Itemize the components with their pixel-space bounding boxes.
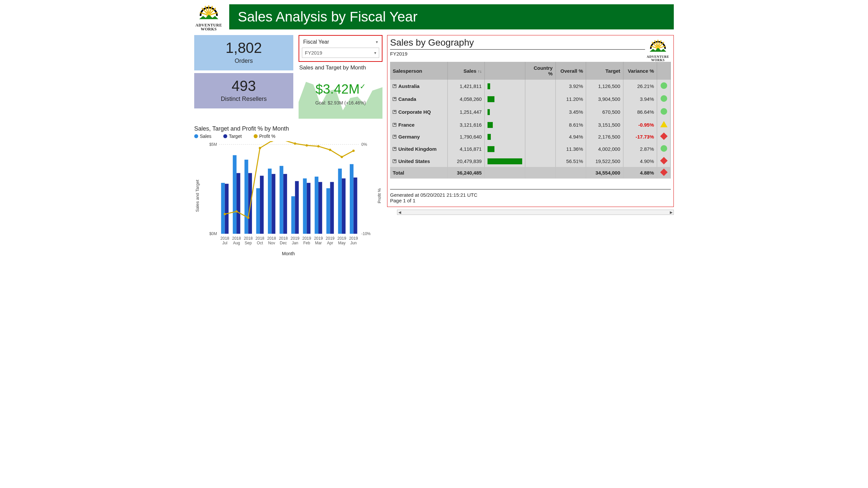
svg-point-47	[329, 149, 331, 151]
scroll-left-icon[interactable]: ◀	[398, 210, 401, 214]
expand-icon[interactable]	[393, 110, 396, 114]
svg-text:Aug: Aug	[233, 241, 240, 245]
svg-rect-34	[338, 169, 342, 234]
svg-rect-35	[342, 178, 345, 234]
svg-text:Sep: Sep	[245, 241, 252, 245]
svg-text:$0M: $0M	[209, 231, 217, 236]
col-salesperson[interactable]: Salesperson	[390, 62, 447, 80]
scroll-right-icon[interactable]: ▶	[670, 210, 673, 214]
svg-text:2018: 2018	[244, 236, 253, 241]
svg-point-49	[352, 149, 355, 152]
geo-title: Sales by Geography	[390, 37, 645, 48]
geo-table-header: Salesperson Sales↑↓ Country % Overall % …	[390, 62, 671, 80]
svg-text:2018: 2018	[267, 236, 276, 241]
svg-text:Nov: Nov	[268, 241, 275, 245]
svg-text:Jun: Jun	[350, 241, 357, 245]
sales-target-kpi[interactable]: $3.42M✓ Goal: $2.93M (+16.46%)	[299, 72, 382, 118]
indicator-warn-icon	[660, 121, 668, 127]
expand-icon[interactable]	[393, 123, 396, 126]
svg-text:Dec: Dec	[280, 241, 287, 245]
svg-rect-21	[260, 176, 264, 234]
table-row[interactable]: France 3,121,616 8.61% 3,151,500 -0.95%	[390, 118, 671, 131]
expand-icon[interactable]	[393, 147, 396, 151]
sort-icon: ↑↓	[477, 69, 482, 74]
svg-text:2018: 2018	[279, 236, 288, 241]
svg-rect-22	[268, 169, 272, 234]
svg-rect-33	[330, 182, 334, 234]
svg-point-40	[247, 217, 249, 219]
sun-mountain-icon	[197, 3, 220, 23]
svg-rect-16	[233, 155, 237, 234]
svg-rect-25	[283, 174, 287, 234]
indicator-good-icon	[660, 82, 667, 89]
combo-chart[interactable]: Sales and Target $5M$0M0%-10%2018Jul2018…	[194, 141, 382, 250]
svg-text:Apr: Apr	[327, 241, 333, 245]
sales-by-geography-visual[interactable]: Sales by Geography FY2019	[387, 35, 674, 207]
brand-logo-small: ADVENTUREWORKS	[645, 37, 671, 62]
col-overall-pct[interactable]: Overall %	[556, 62, 586, 80]
expand-icon[interactable]	[393, 135, 396, 139]
kpi-resellers-value: 493	[194, 78, 293, 94]
y-axis-left-label: Sales and Target	[194, 141, 200, 250]
svg-text:Jan: Jan	[292, 241, 298, 245]
svg-rect-27	[295, 181, 299, 234]
svg-text:2019: 2019	[326, 236, 335, 241]
svg-text:2019: 2019	[302, 236, 311, 241]
fiscal-year-slicer[interactable]: Fiscal Year ▾ FY2019 ▾	[299, 35, 382, 62]
kpi-card-orders[interactable]: 1,802 Orders	[194, 35, 293, 70]
table-row[interactable]: Germany 1,790,640 4.94% 2,176,500 -17.73…	[390, 131, 671, 143]
svg-point-45	[306, 144, 308, 146]
table-row[interactable]: United Kingdom 4,116,871 11.36% 4,002,00…	[390, 143, 671, 155]
report-header: ADVENTUREWORKS Sales Analysis by Fiscal …	[194, 3, 674, 31]
col-indicator	[657, 62, 671, 80]
indicator-good-icon	[660, 145, 667, 152]
col-country-pct[interactable]: Country %	[525, 62, 556, 80]
expand-icon[interactable]	[393, 160, 396, 163]
svg-rect-19	[248, 173, 252, 234]
kpi-card-resellers[interactable]: 493 Distinct Resellers	[194, 73, 293, 109]
col-variance[interactable]: Variance %	[623, 62, 657, 80]
slicer-label: Fiscal Year	[303, 39, 329, 45]
chevron-down-icon: ▾	[374, 51, 376, 55]
y-axis-right-label: Profit %	[376, 141, 382, 250]
svg-text:Mar: Mar	[315, 241, 322, 245]
svg-text:Oct: Oct	[257, 241, 263, 245]
table-row[interactable]: United States 20,479,839 56.51% 19,522,5…	[390, 155, 671, 167]
table-row[interactable]: Corporate HQ 1,251,447 3.45% 670,500 86.…	[390, 106, 671, 118]
page-indicator: Page 1 of 1	[390, 198, 671, 203]
svg-point-46	[317, 145, 320, 147]
mini-kpi-title: Sales and Target by Month	[299, 64, 382, 71]
col-sales[interactable]: Sales↑↓	[447, 62, 485, 80]
svg-text:May: May	[338, 241, 346, 245]
generated-timestamp: Generated at 05/20/2021 21:15:21 UTC	[390, 192, 671, 198]
table-total-row: Total36,240,485 34,554,0004.88%	[390, 167, 671, 178]
svg-rect-24	[279, 166, 283, 234]
svg-rect-20	[256, 188, 260, 234]
horizontal-scrollbar[interactable]: ◀ ▶	[397, 210, 674, 215]
svg-rect-31	[318, 182, 322, 234]
indicator-good-icon	[660, 95, 667, 102]
svg-point-39	[236, 210, 238, 212]
table-row[interactable]: Canada 4,058,260 11.20% 3,904,500 3.94%	[390, 92, 671, 106]
combo-chart-title: Sales, Target and Profit % by Month	[194, 125, 382, 132]
col-target[interactable]: Target	[586, 62, 623, 80]
chevron-down-icon[interactable]: ▾	[376, 40, 378, 44]
combo-chart-canvas: $5M$0M0%-10%2018Jul2018Aug2018Sep2018Oct…	[200, 141, 376, 250]
svg-text:0%: 0%	[361, 142, 367, 147]
svg-text:-10%: -10%	[361, 231, 371, 236]
svg-text:2018: 2018	[232, 236, 241, 241]
table-row[interactable]: Australia 1,421,811 3.92% 1,126,500 26.2…	[390, 80, 671, 92]
geo-table[interactable]: Salesperson Sales↑↓ Country % Overall % …	[390, 62, 671, 178]
svg-text:2018: 2018	[220, 236, 229, 241]
indicator-bad-icon	[660, 133, 668, 140]
expand-icon[interactable]	[393, 84, 396, 88]
svg-rect-36	[350, 164, 353, 234]
svg-rect-17	[237, 173, 240, 234]
slicer-dropdown[interactable]: FY2019 ▾	[302, 48, 379, 58]
svg-rect-18	[244, 160, 248, 234]
svg-point-48	[341, 156, 343, 158]
svg-text:$5M: $5M	[209, 142, 217, 147]
indicator-bad-icon	[660, 169, 668, 176]
expand-icon[interactable]	[393, 97, 396, 101]
page-title: Sales Analysis by Fiscal Year	[229, 4, 674, 29]
